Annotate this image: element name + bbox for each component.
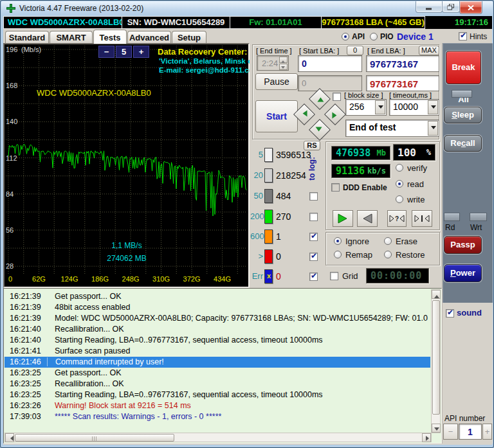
scroll-right-button[interactable] <box>422 433 431 442</box>
scroll-up-button[interactable] <box>432 290 441 299</box>
pio-radio[interactable] <box>370 33 378 40</box>
read-radio[interactable] <box>396 180 403 188</box>
log-row[interactable]: 16:23:25Starting Reading, LBA=0..9767731… <box>5 390 430 400</box>
stat-log-checkbox-200[interactable] <box>309 213 318 221</box>
api-radio[interactable] <box>342 33 349 40</box>
start-lba-input[interactable]: 0 <box>298 55 362 72</box>
log-row[interactable]: 16:21:46Command interrupted by user! <box>5 357 430 368</box>
pause-button[interactable]: Pause <box>255 73 298 90</box>
stat-log-checkbox-600[interactable] <box>309 233 318 241</box>
stat-swatch-600 <box>264 229 273 244</box>
play-button[interactable] <box>333 210 353 227</box>
start-lba-zero-button[interactable]: 0 <box>347 46 363 55</box>
x-tick-label: 186G <box>91 275 109 283</box>
end-time-up-icon[interactable] <box>279 57 288 63</box>
api-number-plus-button[interactable]: + <box>482 424 492 440</box>
log-row[interactable]: 16:21:39Model: WDC WD5000AZRX-00A8LB0; C… <box>5 313 430 324</box>
log-vscrollbar[interactable] <box>431 289 441 433</box>
sleep-button[interactable]: Sleep <box>444 107 482 123</box>
dropdown-arrow-icon[interactable] <box>428 100 438 114</box>
end-action-combo[interactable]: End of test <box>345 120 439 137</box>
graph-zoom-in-button[interactable]: + <box>133 46 149 58</box>
tab-tests[interactable]: Tests <box>93 30 127 44</box>
power-button[interactable]: Power <box>444 264 482 282</box>
tab-advanced[interactable]: Advanced <box>127 31 171 43</box>
seek-down-button[interactable] <box>309 119 331 141</box>
log-row[interactable]: 16:21:3948bit access enabled <box>5 302 430 313</box>
end-lba-input[interactable]: 976773167 <box>366 55 439 72</box>
speed-graph-panel[interactable]: 196168140112845628(Mb/s)062G124G186G248G… <box>3 43 250 288</box>
timeout-combo[interactable]: 10000 <box>389 99 439 116</box>
pio-radio-label: PIO <box>380 32 394 41</box>
log-time: 16:23:26 <box>5 400 47 411</box>
tab-standard[interactable]: Standard <box>5 31 49 43</box>
log-message: Get passport... OK <box>47 292 122 301</box>
ddd-enable-checkbox[interactable] <box>331 183 340 192</box>
close-button[interactable] <box>459 1 482 14</box>
log-row[interactable]: 16:23:25Recallibration... OK <box>5 379 430 390</box>
log-time: 16:21:39 <box>5 302 47 313</box>
restore-label: Restore <box>396 250 425 260</box>
stat-value-5: 3596513 <box>276 150 311 160</box>
hscroll-thumb[interactable] <box>15 434 174 442</box>
api-number-minus-button[interactable]: − <box>443 424 458 440</box>
stat-log-checkbox-err[interactable] <box>309 273 318 281</box>
ignore-radio[interactable] <box>334 237 342 245</box>
scan-setup-group: [ End time ] 2:24 [ Start LBA: ] 0 0 [ E… <box>252 44 439 139</box>
restore-radio[interactable] <box>384 251 392 258</box>
log-row[interactable]: 16:23:25Get passport... OK <box>5 368 430 379</box>
log-hscrollbar[interactable] <box>5 433 432 442</box>
break-all-button[interactable]: Break All <box>446 51 481 84</box>
stat-value-err: 0 <box>276 271 281 282</box>
grid-checkbox[interactable] <box>330 272 338 280</box>
vscroll-thumb[interactable] <box>432 300 440 415</box>
recall-button[interactable]: Recall <box>444 135 482 152</box>
dropdown-arrow-icon[interactable] <box>428 121 438 136</box>
stat-swatch-50 <box>264 189 273 203</box>
end-time-spinbox[interactable]: 2:24 <box>257 55 289 71</box>
sound-checkbox[interactable] <box>446 309 454 318</box>
seek-end-button[interactable] <box>412 210 432 227</box>
start-button[interactable]: Start <box>255 100 298 132</box>
erase-radio[interactable] <box>384 237 392 245</box>
end-lba-max-button[interactable]: MAX <box>419 46 439 55</box>
log-row[interactable]: 16:21:40Starting Reading, LBA=0..9767731… <box>5 335 430 346</box>
seek-right-button[interactable] <box>324 103 346 125</box>
log-row[interactable]: 17:39:03***** Scan results: Warnings - 1… <box>5 411 430 422</box>
scroll-down-button[interactable] <box>432 424 441 433</box>
log-message: ***** Scan results: Warnings - 1, errors… <box>47 412 221 421</box>
verify-radio[interactable] <box>396 164 403 172</box>
log-row[interactable]: 16:23:26Warning! Block start at 9216 = 5… <box>5 400 430 411</box>
log-row[interactable]: 16:21:41Surface scan paused <box>5 346 430 357</box>
erase-label: Erase <box>396 237 417 246</box>
seek-up-button[interactable] <box>309 88 331 110</box>
step-back-button[interactable] <box>357 210 378 227</box>
block-size-combo[interactable]: 256 <box>345 99 387 116</box>
stat-swatch-200 <box>264 210 273 224</box>
log-row[interactable]: 16:21:40Recallibration... OK <box>5 324 430 335</box>
end-time-down-icon[interactable] <box>279 64 288 70</box>
log-time: 16:21:41 <box>5 346 47 357</box>
seek-test-button[interactable]: ? <box>387 210 407 227</box>
log-message: Starting Reading, LBA=0..976773167, sequ… <box>47 336 323 345</box>
stat-log-checkbox->[interactable] <box>309 253 318 261</box>
write-radio[interactable] <box>396 195 403 203</box>
reset-stats-button[interactable]: RS <box>304 141 320 150</box>
graph-zoom-out-button[interactable]: − <box>98 46 114 58</box>
tab-smart[interactable]: SMART <box>50 31 93 43</box>
passport-button[interactable]: Passp <box>444 236 482 254</box>
write-led-label: Wrt <box>470 223 482 232</box>
log-row[interactable]: 16:21:39Get passport... OK <box>5 291 430 302</box>
seek-option-checkbox[interactable] <box>333 93 341 101</box>
restore-button[interactable] <box>442 1 460 13</box>
minimize-button[interactable] <box>416 1 443 13</box>
titlebar[interactable]: Victoria 4.47 Freeware (2013-02-20) <box>1 1 493 15</box>
log-time: 16:21:40 <box>5 324 47 335</box>
tab-setup[interactable]: Setup <box>172 31 206 43</box>
scroll-left-button[interactable] <box>5 433 14 442</box>
stat-log-checkbox-50[interactable] <box>309 192 318 201</box>
remap-radio[interactable] <box>334 251 342 258</box>
seek-left-button[interactable] <box>293 103 315 125</box>
dropdown-arrow-icon[interactable] <box>375 100 385 114</box>
hints-checkbox[interactable] <box>459 32 467 40</box>
